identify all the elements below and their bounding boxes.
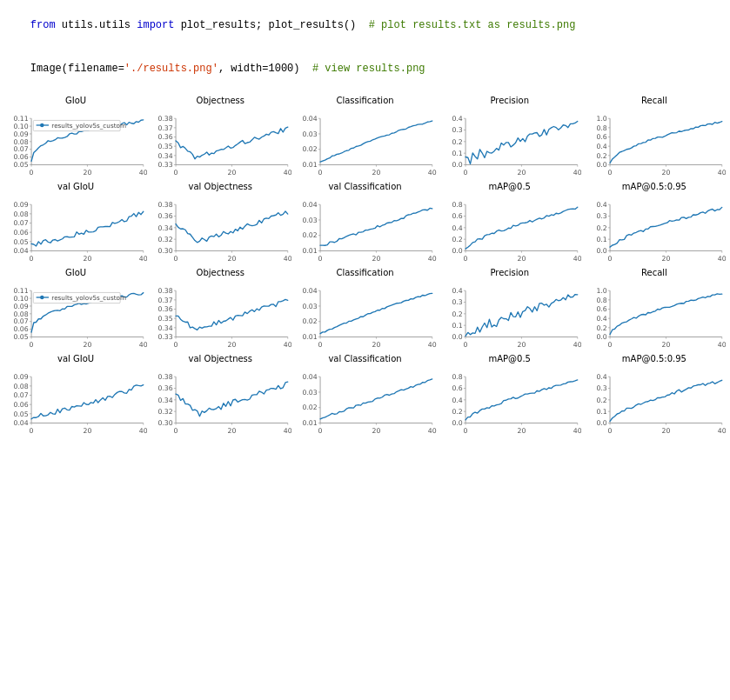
chart-cell-1-3: mAP@0.5 0.8 0.6 0.4 0.2 0.0 xyxy=(439,182,581,264)
chart-cell-2-1: Objectness 0.38 0.37 0.36 0.35 0.34 xyxy=(149,268,291,350)
chart-cell-1-1: val Objectness 0.38 0.36 0.34 0.32 0.30 xyxy=(149,182,291,264)
svg-text:0.07: 0.07 xyxy=(13,391,28,399)
chart-svg-3-4: 0.4 0.3 0.2 0.1 0.0 0 20 xyxy=(583,364,726,447)
chart-title-1-0: val GIoU xyxy=(4,182,147,191)
chart-svg-3-3: 0.8 0.6 0.4 0.2 0.0 0 20 xyxy=(439,364,581,447)
svg-text:40: 40 xyxy=(718,426,726,434)
svg-text:20: 20 xyxy=(517,254,526,262)
svg-text:0.0: 0.0 xyxy=(596,161,606,169)
chart-cell-3-4: mAP@0.5:0.95 0.4 0.3 0.2 0.1 0.0 xyxy=(583,354,726,437)
svg-text:1.0: 1.0 xyxy=(596,287,606,295)
svg-text:40: 40 xyxy=(428,168,436,176)
svg-text:20: 20 xyxy=(228,426,237,434)
svg-text:0.09: 0.09 xyxy=(13,373,28,381)
chart-svg-1-1: 0.38 0.36 0.34 0.32 0.30 0 20 xyxy=(149,192,291,275)
close-paren: ) xyxy=(293,63,312,75)
svg-text:results_yolov5s_custom: results_yolov5s_custom xyxy=(51,294,126,302)
charts-container: GIoU 0.11 0.10 0.09 0.08 0.07 xyxy=(0,93,730,441)
svg-text:0.04: 0.04 xyxy=(303,287,318,295)
chart-title-1-2: val Classification xyxy=(293,182,436,191)
svg-text:40: 40 xyxy=(718,168,726,176)
chart-cell-1-4: mAP@0.5:0.95 0.4 0.3 0.2 0.1 0.0 xyxy=(583,182,726,264)
chart-svg-0-1: 0.38 0.37 0.36 0.35 0.34 0.33 0 xyxy=(149,106,291,189)
svg-text:0.2: 0.2 xyxy=(596,223,606,231)
code-block: from utils.utils import plot_results; pl… xyxy=(0,0,730,93)
import-path: utils.utils xyxy=(62,19,137,31)
chart-svg-3-1: 0.38 0.36 0.34 0.32 0.30 0 20 xyxy=(149,364,291,447)
svg-text:20: 20 xyxy=(228,168,237,176)
chart-svg-3-2: 0.04 0.03 0.02 0.01 0 20 40 xyxy=(293,364,436,447)
svg-text:0.38: 0.38 xyxy=(158,287,173,295)
svg-text:0.36: 0.36 xyxy=(158,384,173,392)
svg-text:0.09: 0.09 xyxy=(13,303,28,310)
svg-text:0.0: 0.0 xyxy=(452,419,462,427)
chart-title-3-3: mAP@0.5 xyxy=(439,354,581,363)
chart-cell-0-4: Recall 1.0 0.8 0.6 0.4 0.2 xyxy=(583,96,726,178)
svg-text:0.1: 0.1 xyxy=(452,322,462,330)
chart-svg-2-3: 0.4 0.3 0.2 0.1 0.0 0 20 xyxy=(439,278,581,361)
svg-text:0.34: 0.34 xyxy=(158,223,173,231)
svg-text:40: 40 xyxy=(284,168,291,176)
svg-text:40: 40 xyxy=(139,168,147,176)
svg-text:0.0: 0.0 xyxy=(452,247,462,255)
code-line-3: Image(filename='./results.png', width=10… xyxy=(5,47,725,90)
svg-text:0.11: 0.11 xyxy=(13,115,28,123)
svg-text:0.2: 0.2 xyxy=(452,408,462,416)
svg-text:20: 20 xyxy=(83,340,91,348)
svg-text:0: 0 xyxy=(174,340,178,348)
svg-text:20: 20 xyxy=(661,168,670,176)
svg-text:0.03: 0.03 xyxy=(303,130,318,138)
chart-cell-3-2: val Classification 0.04 0.03 0.02 0.01 xyxy=(293,354,436,437)
svg-text:0.0: 0.0 xyxy=(596,247,606,255)
svg-text:40: 40 xyxy=(284,426,291,434)
chart-cell-3-1: val Objectness 0.38 0.36 0.34 0.32 0.30 xyxy=(149,354,291,437)
svg-text:0.33: 0.33 xyxy=(158,333,173,341)
svg-text:0.10: 0.10 xyxy=(13,295,28,303)
svg-text:40: 40 xyxy=(573,340,580,348)
svg-text:0.07: 0.07 xyxy=(13,317,28,325)
svg-text:0: 0 xyxy=(607,340,612,348)
svg-text:0.8: 0.8 xyxy=(596,296,606,303)
svg-text:0.11: 0.11 xyxy=(13,287,28,295)
chart-row-0: GIoU 0.11 0.10 0.09 0.08 0.07 xyxy=(3,95,727,179)
svg-text:20: 20 xyxy=(228,340,237,348)
svg-text:0.2: 0.2 xyxy=(596,323,606,331)
svg-text:20: 20 xyxy=(372,254,381,262)
svg-text:20: 20 xyxy=(661,426,670,434)
svg-text:0.4: 0.4 xyxy=(452,223,462,231)
chart-svg-0-3: 0.4 0.3 0.2 0.1 0.0 0 20 xyxy=(439,106,581,189)
chart-title-3-4: mAP@0.5:0.95 xyxy=(583,354,726,363)
chart-cell-0-2: Classification 0.04 0.03 0.02 0.01 xyxy=(293,96,436,178)
svg-text:0.38: 0.38 xyxy=(158,373,173,381)
svg-text:0.02: 0.02 xyxy=(303,317,318,325)
svg-text:0.09: 0.09 xyxy=(13,130,28,138)
svg-text:0.01: 0.01 xyxy=(303,161,318,169)
import-names: plot_results; plot_results() xyxy=(181,19,369,31)
svg-text:20: 20 xyxy=(372,168,381,176)
svg-text:0.02: 0.02 xyxy=(303,231,318,239)
svg-text:0.36: 0.36 xyxy=(158,305,173,313)
svg-text:20: 20 xyxy=(372,340,381,348)
svg-text:0.3: 0.3 xyxy=(452,126,462,134)
svg-text:0.06: 0.06 xyxy=(13,325,28,333)
svg-text:0.4: 0.4 xyxy=(596,315,606,323)
svg-text:0.08: 0.08 xyxy=(13,210,28,217)
chart-svg-3-0: 0.09 0.08 0.07 0.06 0.05 0.04 0 xyxy=(4,364,147,447)
chart-title-0-1: Objectness xyxy=(149,96,291,105)
svg-text:0.03: 0.03 xyxy=(303,217,318,224)
svg-text:0: 0 xyxy=(463,340,467,348)
svg-text:0.06: 0.06 xyxy=(13,153,28,161)
chart-svg-2-2: 0.04 0.03 0.02 0.01 0 20 40 xyxy=(293,278,436,361)
svg-text:0.8: 0.8 xyxy=(452,201,462,209)
svg-text:40: 40 xyxy=(573,168,580,176)
svg-text:0.08: 0.08 xyxy=(13,310,28,317)
svg-text:0.6: 0.6 xyxy=(452,212,462,220)
svg-text:0.30: 0.30 xyxy=(158,419,173,427)
svg-text:0.37: 0.37 xyxy=(158,123,173,131)
svg-text:20: 20 xyxy=(372,426,381,434)
svg-text:0.02: 0.02 xyxy=(303,403,318,411)
svg-text:0.38: 0.38 xyxy=(158,201,173,209)
svg-text:results_yolov5s_custom: results_yolov5s_custom xyxy=(51,122,126,130)
chart-title-3-2: val Classification xyxy=(293,354,436,363)
svg-text:20: 20 xyxy=(661,340,670,348)
